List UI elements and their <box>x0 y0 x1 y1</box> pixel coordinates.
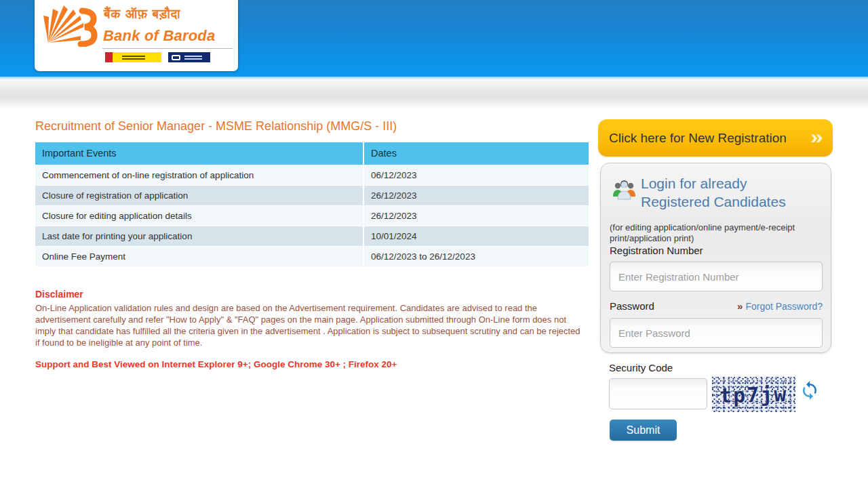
logo-divider <box>102 48 233 49</box>
column-header-dates: Dates <box>364 142 589 165</box>
password-label: Password <box>610 300 654 312</box>
logo-banner-navy <box>168 52 210 62</box>
captcha-image: tp7jw <box>712 377 795 412</box>
date-cell: 06/12/2023 <box>364 165 589 185</box>
event-cell: Online Fee Payment <box>35 247 364 266</box>
login-panel-header: Login for already Registered Candidates <box>612 174 786 211</box>
security-code-input[interactable] <box>609 378 707 409</box>
table-row: Online Fee Payment 06/12/2023 to 26/12/2… <box>35 247 589 266</box>
double-chevron-right-icon: » <box>810 127 823 148</box>
captcha-text: tp7jw <box>719 382 788 407</box>
disclaimer-heading: Disclaimer <box>35 289 83 300</box>
registered-users-icon <box>612 178 637 201</box>
security-code-label: Security Code <box>609 362 673 373</box>
login-title-line2: Registered Candidates <box>641 192 786 211</box>
forgot-password-link[interactable]: Forgot Password? <box>745 301 823 312</box>
event-cell: Closure for editing application details <box>35 206 364 226</box>
chevron-right-icon: » <box>737 300 743 312</box>
event-cell: Last date for printing your application <box>35 226 364 246</box>
date-cell: 10/01/2024 <box>364 226 589 246</box>
logo-banner-yellow-text <box>122 54 145 61</box>
important-events-table: Important Events Dates Commencement of o… <box>35 142 589 266</box>
event-cell: Closure of registration of application <box>35 186 364 205</box>
page: बैंक ऑफ़ बड़ौदा Bank of Baroda Recruitme… <box>0 0 868 488</box>
new-registration-button[interactable]: Click here for New Registration » <box>598 119 833 157</box>
logo-banner-yellow <box>105 52 161 62</box>
date-cell: 26/12/2023 <box>364 206 589 226</box>
captcha-refresh-button[interactable] <box>800 380 820 401</box>
logo-banner-red-block <box>105 52 113 62</box>
event-cell: Commencement of on-line registration of … <box>35 165 364 185</box>
bank-logo: बैंक ऑफ़ बड़ौदा Bank of Baroda <box>35 0 238 71</box>
logo-banner-navy-emblem <box>172 55 180 60</box>
browser-support-note: Support and Best Viewed on Internet Expl… <box>35 359 397 369</box>
nav-bar <box>0 79 868 108</box>
bank-name-english: Bank of Baroda <box>103 27 239 45</box>
new-registration-label: Click here for New Registration <box>609 131 787 146</box>
column-header-important-events: Important Events <box>35 142 364 165</box>
table-row: Closure for editing application details … <box>35 206 589 226</box>
date-cell: 06/12/2023 to 26/12/2023 <box>364 247 589 266</box>
registration-number-label: Registration Number <box>610 245 703 256</box>
disclaimer-body: On-Line Application validation rules and… <box>35 302 581 348</box>
registration-number-input[interactable] <box>610 262 823 291</box>
date-cell: 26/12/2023 <box>364 186 589 205</box>
login-panel: Login for already Registered Candidates … <box>600 163 831 353</box>
bank-sun-icon <box>43 5 101 47</box>
password-input[interactable] <box>610 318 823 348</box>
table-row: Closure of registration of application 2… <box>35 186 589 205</box>
bank-name-hindi: बैंक ऑफ़ बड़ौदा <box>104 7 234 22</box>
login-title: Login for already Registered Candidates <box>641 174 786 211</box>
table-row: Last date for printing your application … <box>35 226 589 246</box>
login-title-line1: Login for already <box>641 174 786 192</box>
login-note: (for editing application/online payment/… <box>610 222 825 244</box>
logo-banner-navy-text <box>180 54 202 61</box>
page-title: Recruitment of Senior Manager - MSME Rel… <box>35 119 397 134</box>
table-header-row: Important Events Dates <box>35 142 589 165</box>
refresh-icon <box>800 380 820 401</box>
table-row: Commencement of on-line registration of … <box>35 165 589 185</box>
submit-button[interactable]: Submit <box>610 420 677 441</box>
